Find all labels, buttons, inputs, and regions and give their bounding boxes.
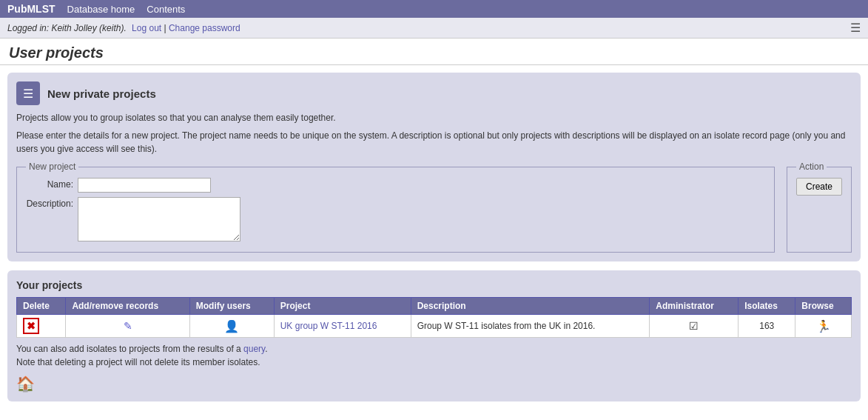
note1: You can also add isolates to projects fr…	[16, 344, 852, 354]
login-text: Logged in: Keith Jolley (keith).	[7, 23, 127, 33]
browse-cell: 🏃	[795, 315, 852, 338]
lines-icon: ☰	[23, 87, 33, 101]
project-name-cell: UK group W ST-11 2016	[274, 315, 411, 338]
panel-title: New private projects	[47, 87, 156, 100]
logout-link[interactable]: Log out	[132, 23, 161, 33]
col-browse: Browse	[795, 298, 852, 315]
edit-records-icon[interactable]: ✎	[124, 320, 132, 332]
menu-icon[interactable]: ☰	[850, 21, 861, 35]
your-projects-panel: Your projects Delete Add/remove records …	[7, 270, 861, 401]
note2: Note that deleting a project will not de…	[16, 357, 852, 367]
new-project-fieldset: New project Name: Description:	[16, 161, 775, 253]
panel-header-icon: ☰	[16, 81, 40, 105]
table-body: ✖ ✎ 👤 UK group W ST-11 2016 Group W ST-1…	[17, 315, 852, 338]
administrator-cell: ☑	[650, 315, 739, 338]
browse-icon[interactable]: 🏃	[816, 320, 831, 333]
action-legend: Action	[796, 161, 827, 172]
col-modify-users: Modify users	[189, 298, 274, 315]
login-info: Logged in: Keith Jolley (keith). Log out…	[7, 23, 240, 33]
project-description-input[interactable]	[78, 197, 240, 241]
table-row: ✖ ✎ 👤 UK group W ST-11 2016 Group W ST-1…	[17, 315, 852, 338]
project-link[interactable]: UK group W ST-11 2016	[280, 321, 377, 331]
panel-desc1: Projects allow you to group isolates so …	[16, 111, 852, 124]
col-isolates: Isolates	[739, 298, 795, 315]
home-icon[interactable]: 🏠	[16, 376, 35, 392]
description-cell: Group W ST-11 isolates from the UK in 20…	[411, 315, 650, 338]
projects-table: Delete Add/remove records Modify users P…	[16, 297, 852, 338]
change-password-link[interactable]: Change password	[169, 23, 240, 33]
delete-cell: ✖	[17, 315, 66, 338]
description-row: Description:	[26, 197, 765, 241]
new-project-form: New project Name: Description: Action Cr…	[16, 161, 852, 253]
col-administrator: Administrator	[650, 298, 739, 315]
col-description: Description	[411, 298, 650, 315]
delete-button[interactable]: ✖	[23, 318, 39, 334]
note1-suffix: .	[265, 344, 267, 354]
create-button[interactable]: Create	[796, 178, 842, 196]
panel-desc2: Please enter the details for a new proje…	[16, 129, 852, 156]
description-label: Description:	[26, 197, 78, 209]
isolates-cell: 163	[739, 315, 795, 338]
admin-check-icon: ☑	[689, 320, 699, 332]
home-icon-container: 🏠	[16, 375, 852, 393]
modify-users-cell: 👤	[189, 315, 274, 338]
contents-link[interactable]: Contents	[147, 4, 185, 15]
new-projects-panel: ☰ New private projects Projects allow yo…	[7, 73, 861, 261]
main-content: ☰ New private projects Projects allow yo…	[0, 73, 868, 418]
brand-label: PubMLST	[7, 3, 55, 15]
add-remove-cell: ✎	[66, 315, 189, 338]
login-bar: Logged in: Keith Jolley (keith). Log out…	[0, 18, 868, 39]
page-title: User projects	[0, 39, 868, 65]
name-label: Name:	[26, 178, 78, 190]
col-project: Project	[274, 298, 411, 315]
action-fieldset: Action Create	[787, 161, 852, 253]
col-add-remove: Add/remove records	[66, 298, 189, 315]
modify-users-icon[interactable]: 👤	[224, 320, 239, 333]
note1-prefix: You can also add isolates to projects fr…	[16, 344, 243, 354]
col-delete: Delete	[17, 298, 66, 315]
table-header-row: Delete Add/remove records Modify users P…	[17, 298, 852, 315]
new-project-legend: New project	[26, 161, 78, 172]
name-row: Name:	[26, 178, 765, 193]
query-link[interactable]: query	[243, 344, 265, 354]
project-name-input[interactable]	[78, 178, 211, 193]
database-home-link[interactable]: Database home	[67, 4, 135, 15]
panel-header: ☰ New private projects	[16, 81, 852, 105]
your-projects-title: Your projects	[16, 279, 852, 291]
table-head: Delete Add/remove records Modify users P…	[17, 298, 852, 315]
top-navigation: PubMLST Database home Contents	[0, 0, 868, 18]
